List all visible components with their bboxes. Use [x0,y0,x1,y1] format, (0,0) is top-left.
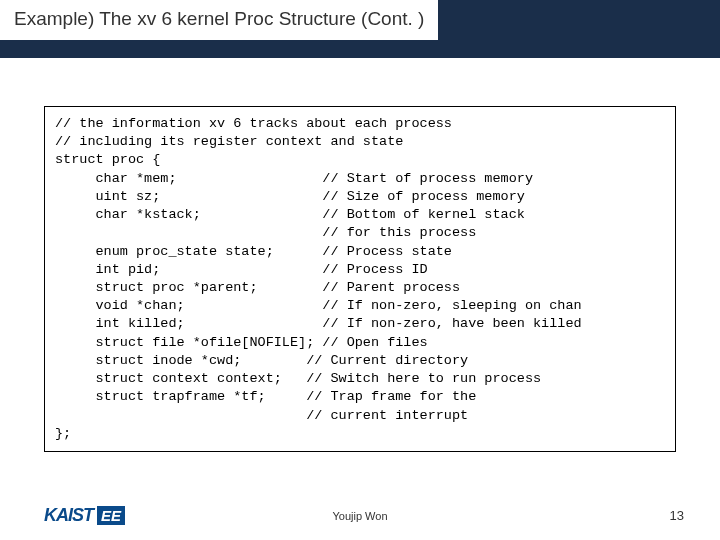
page-number: 13 [670,508,684,523]
slide-title-bar: Example) The xv 6 kernel Proc Structure … [0,0,720,58]
author-name: Youjip Won [332,510,387,522]
logo-kaist-text: KAIST [44,505,93,526]
slide-title: Example) The xv 6 kernel Proc Structure … [0,0,438,40]
kaist-ee-logo: KAIST EE [44,505,125,526]
logo-ee-text: EE [97,506,125,525]
code-block: // the information xv 6 tracks about eac… [44,106,676,452]
slide-footer: KAIST EE Youjip Won 13 [0,505,720,526]
